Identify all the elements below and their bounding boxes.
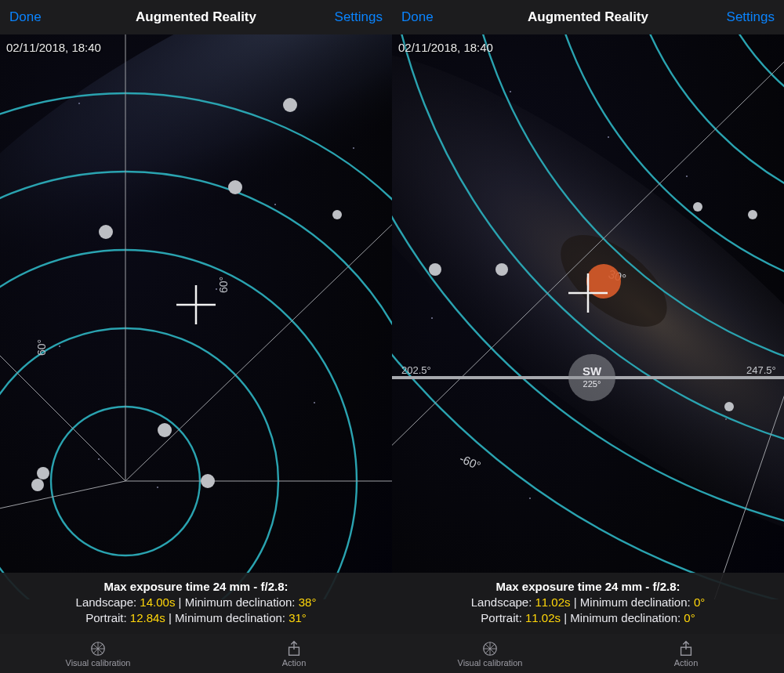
svg-point-16 (99, 225, 113, 239)
svg-point-36 (429, 263, 441, 276)
page-title: Augmented Reality (136, 9, 256, 25)
share-icon (677, 640, 695, 657)
mindec-label: Minimum declination: (175, 611, 285, 624)
azimuth-left: 202.5° (401, 364, 431, 376)
svg-point-3 (0, 250, 357, 599)
svg-point-11 (201, 474, 215, 488)
timestamp: 02/11/2018, 18:40 (398, 41, 493, 54)
info-portrait-row: Portrait: 12.84s | Minimum declination: … (3, 610, 389, 626)
portrait-label: Portrait: (481, 611, 522, 624)
visual-calibration-button[interactable]: Visual calibration (392, 634, 588, 673)
portrait-mindec: 0° (684, 611, 695, 624)
compass-direction: SW (583, 364, 602, 378)
landscape-value: 14.00s (140, 595, 175, 609)
svg-point-25 (698, 34, 784, 152)
info-portrait-row: Portrait: 11.02s | Minimum declination: … (395, 610, 781, 626)
page-title: Augmented Reality (528, 9, 648, 25)
sep: | (169, 611, 175, 624)
visual-calibration-button[interactable]: Visual calibration (0, 634, 196, 673)
ring-label: 60° (217, 277, 230, 293)
grid-overlay: 30° -60° 202.5° 247.5° SW 225° (392, 34, 784, 599)
share-icon (285, 640, 303, 657)
info-title: Max exposure time 24 mm - f/2.8: (395, 579, 781, 595)
sep: | (179, 595, 185, 609)
landscape-label: Landscape: (76, 595, 137, 609)
crosshair-icon (176, 285, 216, 324)
exposure-info-panel: Max exposure time 24 mm - f/2.8: Landsca… (392, 573, 784, 634)
settings-button[interactable]: Settings (727, 0, 775, 34)
mindec-label: Minimum declination: (580, 595, 691, 609)
ring-label: -60° (458, 451, 483, 472)
info-landscape-row: Landscape: 11.02s | Minimum declination:… (395, 595, 781, 610)
done-button[interactable]: Done (9, 0, 42, 34)
ar-sky-view[interactable]: 02/11/2018, 18:40 (392, 34, 784, 599)
compass-icon (89, 640, 107, 657)
landscape-mindec: 38° (299, 595, 317, 609)
portrait-mindec: 31° (289, 611, 307, 624)
action-label: Action (282, 658, 307, 668)
azimuth-right: 247.5° (746, 364, 776, 376)
action-label: Action (674, 658, 699, 668)
svg-point-40 (724, 402, 734, 411)
landscape-label: Landscape: (471, 595, 532, 609)
grid-overlay: 60° 60° (0, 34, 392, 599)
settings-button[interactable]: Settings (335, 0, 383, 34)
info-title: Max exposure time 24 mm - f/2.8: (3, 579, 389, 595)
screenshot-right: Done Augmented Reality Settings 02/11/20… (392, 0, 784, 673)
svg-point-37 (495, 263, 508, 276)
landscape-mindec: 0° (694, 595, 705, 609)
header-bar: Done Augmented Reality Settings (392, 0, 784, 34)
info-landscape-row: Landscape: 14.00s | Minimum declination:… (3, 595, 389, 610)
screenshot-left: Done Augmented Reality Settings 02/11/20… (0, 0, 392, 673)
ar-sky-view[interactable]: 02/11/2018, 18:40 (0, 34, 392, 599)
action-button[interactable]: Action (588, 634, 784, 673)
exposure-info-panel: Max exposure time 24 mm - f/2.8: Landsca… (0, 573, 392, 634)
svg-point-39 (748, 210, 757, 219)
svg-point-13 (37, 467, 49, 479)
timestamp: 02/11/2018, 18:40 (6, 41, 101, 54)
header-bar: Done Augmented Reality Settings (0, 0, 392, 34)
svg-point-18 (332, 210, 342, 219)
svg-point-12 (158, 423, 172, 437)
portrait-value: 12.84s (130, 611, 165, 624)
portrait-label: Portrait: (85, 611, 127, 624)
compass-icon (481, 640, 499, 657)
visual-calibration-label: Visual calibration (66, 658, 131, 668)
mindec-label: Minimum declination: (185, 595, 296, 609)
sep: | (574, 595, 580, 609)
svg-point-17 (283, 98, 297, 112)
landscape-value: 11.02s (535, 595, 571, 609)
svg-point-14 (31, 479, 44, 491)
svg-point-38 (693, 202, 702, 212)
portrait-value: 11.02s (525, 611, 561, 624)
compass-disc (568, 354, 615, 401)
toolbar: Visual calibration Action (392, 634, 784, 673)
svg-point-2 (0, 328, 278, 599)
toolbar: Visual calibration Action (0, 634, 392, 673)
visual-calibration-label: Visual calibration (458, 658, 523, 668)
svg-point-15 (228, 180, 242, 194)
compass-degree: 225° (583, 379, 601, 389)
done-button[interactable]: Done (401, 0, 434, 34)
mindec-label: Minimum declination: (570, 611, 681, 624)
ring-label: 60° (35, 339, 48, 356)
action-button[interactable]: Action (196, 634, 392, 673)
